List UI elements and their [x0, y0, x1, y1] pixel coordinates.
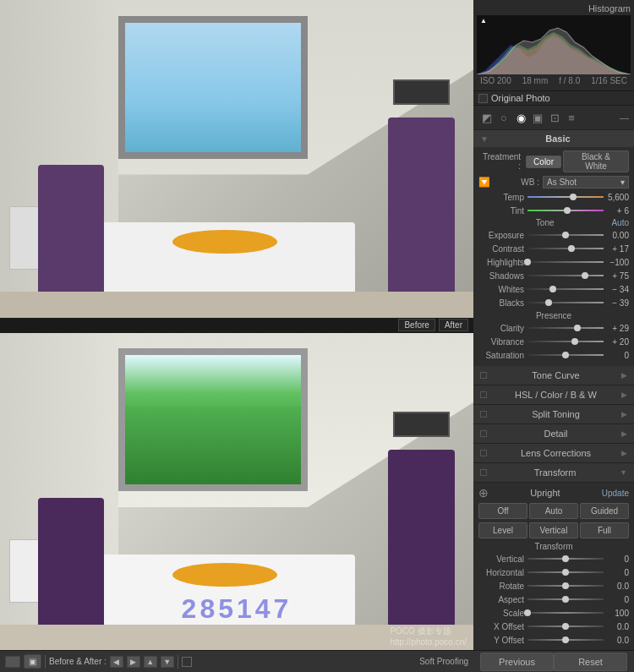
photo-separator: Before After [0, 318, 473, 333]
transform-rotate-row: Rotate 0.0 [478, 580, 629, 592]
lens-corrections-toggle[interactable] [480, 450, 487, 456]
contrast-row: Contrast + 17 [478, 243, 629, 254]
tint-slider[interactable] [527, 205, 604, 216]
shadows-slider[interactable] [527, 270, 604, 281]
radial-tool[interactable]: ⊡ [546, 109, 563, 126]
whites-slider[interactable] [527, 283, 604, 295]
highlights-row: Highlights −100 [478, 256, 629, 268]
poco-watermark: POCO 摄影专题 http://photo.poco.cn/ [390, 626, 467, 647]
whites-value: − 34 [604, 285, 629, 294]
upright-update-btn[interactable]: Update [602, 489, 629, 498]
filmstrip-icon[interactable] [5, 656, 20, 668]
blacks-value: − 39 [604, 298, 629, 308]
transform-yoffset-slider[interactable] [527, 634, 604, 646]
transform-vertical-label: Vertical [478, 555, 527, 564]
heal-tool[interactable]: ○ [495, 109, 512, 126]
tone-label: Tone [478, 218, 611, 227]
arrow-right-btn[interactable]: ▶ [127, 656, 140, 668]
transform-scale-value: 100 [604, 609, 629, 618]
blacks-row: Blacks − 39 [478, 297, 629, 309]
tone-auto-btn[interactable]: Auto [611, 218, 629, 227]
hsl-title: HSL / Color / B & W [490, 390, 621, 400]
original-photo-checkbox[interactable] [478, 94, 488, 103]
histogram-section: Histogram [473, 0, 634, 91]
panel-switch[interactable]: — [580, 112, 629, 123]
clarity-label: Clarity [478, 324, 527, 333]
detail-header[interactable]: Detail ▶ [473, 424, 634, 444]
shadows-value: + 75 [604, 271, 629, 281]
transform-toggle[interactable] [480, 469, 487, 476]
upright-auto-btn[interactable]: Auto [529, 503, 578, 519]
tone-curve-toggle[interactable] [480, 372, 487, 379]
crop-tool[interactable]: ◩ [478, 109, 495, 126]
split-toning-toggle[interactable] [480, 411, 487, 418]
eyedropper-icon[interactable]: 🔽 [478, 177, 490, 188]
treatment-row: Treatment : Color Black & White [478, 150, 629, 172]
transform-xoffset-slider[interactable] [527, 620, 604, 632]
filmstrip-btn[interactable]: ▣ [24, 654, 41, 669]
upright-header: ⊕ Upright Update [478, 486, 629, 500]
adjust-tool[interactable]: ◉ [512, 109, 529, 126]
hsl-toggle[interactable] [480, 391, 487, 398]
upright-off-btn[interactable]: Off [478, 503, 527, 519]
temp-slider[interactable] [527, 191, 604, 203]
arrow-up-btn[interactable]: ▲ [144, 656, 157, 668]
original-photo-row: Original Photo [473, 91, 634, 106]
exposure-row: Exposure 0.00 [478, 229, 629, 241]
contrast-label: Contrast [478, 244, 527, 254]
right-bottom-nav: Previous Reset [473, 650, 634, 672]
tint-row: Tint + 6 [478, 205, 629, 216]
wb-label: WB : [494, 178, 543, 187]
bw-btn[interactable]: Black & White [563, 150, 629, 172]
detail-title: Detail [490, 429, 621, 439]
reset-btn[interactable]: Reset [554, 653, 627, 671]
exposure-slider[interactable] [527, 229, 604, 241]
previous-btn[interactable]: Previous [480, 653, 554, 671]
upright-level-btn[interactable]: Level [478, 522, 527, 538]
upright-guided-btn[interactable]: Guided [580, 503, 629, 519]
tone-curve-header[interactable]: Tone Curve ▶ [473, 366, 634, 385]
lens-corrections-title: Lens Corrections [490, 448, 621, 458]
upright-full-btn[interactable]: Full [580, 522, 629, 538]
color-btn[interactable]: Color [526, 156, 561, 168]
right-panel-scroll[interactable]: ▼ Basic Treatment : Color Black & White … [473, 130, 634, 650]
clarity-slider[interactable] [527, 322, 604, 334]
arrow-down-btn[interactable]: ▼ [161, 656, 174, 668]
arrow-left-btn[interactable]: ◀ [110, 656, 123, 668]
transform-header[interactable]: Transform ▼ [473, 463, 634, 483]
upright-move-icon[interactable]: ⊕ [478, 486, 489, 500]
temp-label: Temp [478, 193, 527, 202]
transform-horizontal-label: Horizontal [478, 568, 527, 577]
clarity-value: + 29 [604, 324, 629, 333]
grad-tool[interactable]: ▣ [529, 109, 546, 126]
transform-group-label: Transform [478, 542, 629, 551]
vibrance-label: Vibrance [478, 337, 527, 347]
saturation-slider[interactable] [527, 349, 604, 361]
blacks-slider[interactable] [527, 297, 604, 309]
transform-vertical-slider[interactable] [527, 553, 604, 565]
transform-title: Transform [490, 467, 620, 478]
transform-aspect-label: Aspect [478, 595, 527, 604]
transform-yoffset-label: Y Offset [478, 636, 527, 645]
settings-tool[interactable]: ≡ [563, 109, 580, 126]
lens-corrections-header[interactable]: Lens Corrections ▶ [473, 444, 634, 463]
upright-vertical-btn[interactable]: Vertical [529, 522, 578, 538]
upright-buttons-row2: Level Vertical Full [478, 522, 629, 538]
contrast-slider[interactable] [527, 243, 604, 254]
toolbar-divider [45, 655, 46, 669]
vibrance-slider[interactable] [527, 336, 604, 347]
contrast-value: + 17 [604, 244, 629, 254]
detail-toggle[interactable] [480, 430, 487, 437]
basic-panel-header[interactable]: ▼ Basic [473, 130, 634, 147]
soft-proof-checkbox[interactable] [182, 657, 192, 667]
transform-aspect-slider[interactable] [527, 593, 604, 605]
hsl-header[interactable]: HSL / Color / B & W ▶ [473, 385, 634, 405]
split-toning-header[interactable]: Split Toning ▶ [473, 405, 634, 424]
soft-proofing-label: Soft Proofing [419, 657, 468, 666]
transform-horizontal-slider[interactable] [527, 566, 604, 578]
wb-dropdown[interactable]: As Shot ▾ [543, 176, 629, 188]
highlights-slider[interactable] [527, 256, 604, 268]
transform-scale-label: Scale [478, 609, 527, 618]
transform-scale-slider[interactable] [527, 607, 604, 619]
transform-rotate-slider[interactable] [527, 580, 604, 592]
